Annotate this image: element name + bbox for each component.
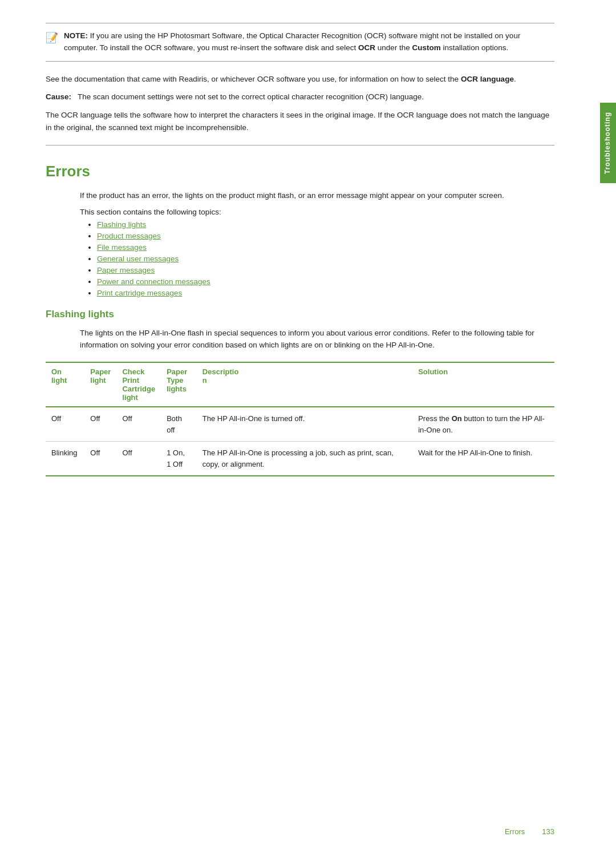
cell-check-cartridge: Off: [116, 442, 161, 476]
note-label: NOTE:: [64, 31, 88, 40]
cause-paragraph: Cause: The scan document settings were n…: [46, 91, 554, 103]
power-connection-messages-link[interactable]: Power and connection messages: [97, 277, 210, 286]
list-item[interactable]: Print cartridge messages: [97, 288, 554, 297]
list-item[interactable]: File messages: [97, 242, 554, 252]
section-divider: [46, 145, 554, 145]
errors-intro-1: If the product has an error, the lights …: [80, 189, 554, 202]
troubleshooting-tab: Troubleshooting: [600, 103, 616, 183]
col-check-cartridge: CheckPrintCartridgelight: [116, 362, 161, 407]
col-on-light: On light: [46, 362, 84, 407]
col-description: Description: [197, 362, 412, 407]
table-row: Off Off Off Both off The HP All-in-One i…: [46, 407, 554, 442]
col-solution: Solution: [412, 362, 554, 407]
cell-on-light: Blinking: [46, 442, 84, 476]
cell-description: The HP All-in-One is processing a job, s…: [197, 442, 412, 476]
flashing-lights-link[interactable]: Flashing lights: [97, 220, 146, 229]
list-item[interactable]: Product messages: [97, 231, 554, 240]
see-paragraph: See the documentation that came with Rea…: [46, 73, 554, 86]
cell-solution: Press the On button to turn the HP All-i…: [412, 407, 554, 442]
error-table: On light Paperlight CheckPrintCartridgel…: [46, 362, 554, 476]
page-footer: Errors 133: [505, 827, 554, 836]
list-item[interactable]: Paper messages: [97, 265, 554, 274]
paper-messages-link[interactable]: Paper messages: [97, 266, 155, 274]
note-body: If you are using the HP Photosmart Softw…: [64, 31, 520, 52]
ocr-paragraph: The OCR language tells the software how …: [46, 109, 554, 134]
footer-label: Errors: [505, 827, 525, 836]
cell-paper-light: Off: [84, 442, 116, 476]
product-messages-link[interactable]: Product messages: [97, 232, 161, 240]
note-box: 📝 NOTE: If you are using the HP Photosma…: [46, 23, 554, 62]
cell-paper-type: 1 On,1 Off: [161, 442, 197, 476]
topics-list: Flashing lights Product messages File me…: [97, 220, 554, 297]
flashing-lights-title: Flashing lights: [46, 309, 554, 320]
cell-check-cartridge: Off: [116, 407, 161, 442]
cell-solution: Wait for the HP All-in-One to finish.: [412, 442, 554, 476]
cell-paper-light: Off: [84, 407, 116, 442]
list-item[interactable]: General user messages: [97, 254, 554, 263]
table-row: Blinking Off Off 1 On,1 Off The HP All-i…: [46, 442, 554, 476]
col-paper-type: PaperTypelights: [161, 362, 197, 407]
cell-description: The HP All-in-One is turned off.: [197, 407, 412, 442]
cause-label: Cause:: [46, 92, 71, 101]
cell-paper-type: Both off: [161, 407, 197, 442]
table-header-row: On light Paperlight CheckPrintCartridgel…: [46, 362, 554, 407]
flashing-lights-body: The lights on the HP All-in-One flash in…: [80, 327, 554, 351]
note-icon: 📝: [46, 31, 58, 44]
col-paper-light: Paperlight: [84, 362, 116, 407]
topics-label: This section contains the following topi…: [80, 208, 554, 216]
errors-section-title: Errors: [46, 163, 554, 180]
general-user-messages-link[interactable]: General user messages: [97, 254, 179, 263]
cell-on-light: Off: [46, 407, 84, 442]
footer-page-number: 133: [542, 827, 554, 836]
list-item[interactable]: Flashing lights: [97, 220, 554, 229]
list-item[interactable]: Power and connection messages: [97, 277, 554, 286]
note-text: NOTE: If you are using the HP Photosmart…: [64, 30, 554, 54]
print-cartridge-messages-link[interactable]: Print cartridge messages: [97, 289, 182, 297]
file-messages-link[interactable]: File messages: [97, 243, 147, 252]
